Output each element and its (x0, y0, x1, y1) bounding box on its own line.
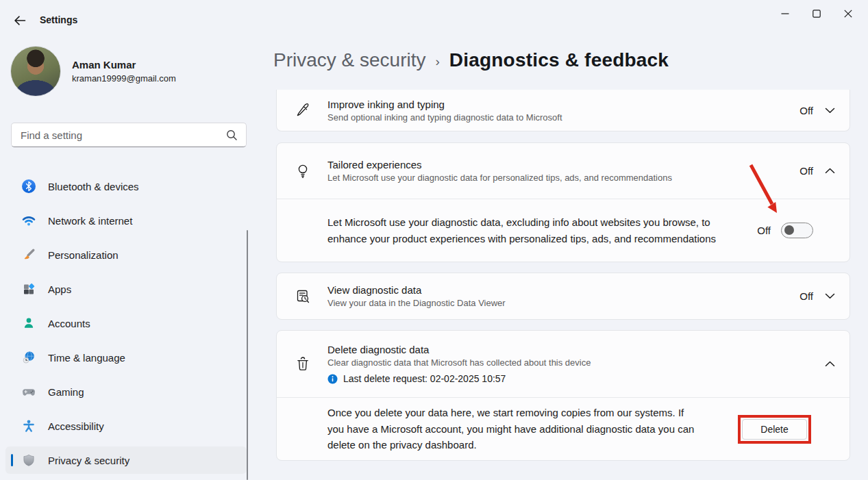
window-controls (769, 3, 864, 25)
trash-icon (293, 356, 312, 372)
card-subtitle: Send optional inking and typing diagnost… (327, 112, 786, 123)
sidebar-item-time-language[interactable]: Time & language (5, 344, 247, 371)
sidebar-item-personalization[interactable]: Personalization (5, 241, 247, 268)
delete-description: Once you delete your data here, we start… (327, 405, 703, 453)
user-profile: Aman Kumar kraman19999@gmail.com (10, 45, 176, 97)
back-arrow-icon (13, 14, 27, 27)
delete-button[interactable]: Delete (742, 419, 807, 440)
sidebar-item-gaming[interactable]: Gaming (5, 378, 247, 405)
maximize-icon (813, 10, 821, 18)
sidebar-item-label: Time & language (48, 352, 125, 364)
chevron-down-icon[interactable] (825, 293, 835, 299)
card-subtitle: Clear diagnostic data that Microsoft has… (327, 357, 811, 368)
toggle-state-label: Off (757, 225, 771, 236)
toggle-knob (784, 225, 794, 235)
breadcrumb: Privacy & security › Diagnostics & feedb… (273, 49, 669, 71)
toggle-description: Let Microsoft use your diagnostic data, … (327, 214, 729, 247)
view-data-icon (293, 288, 312, 305)
status-value: Off (799, 105, 813, 116)
tailored-toggle-row: Let Microsoft use your diagnostic data, … (277, 199, 850, 262)
setting-card-view-diagnostic-data: View diagnostic data View your data in t… (276, 273, 850, 320)
card-title: View diagnostic data (327, 284, 786, 296)
search-input[interactable]: Find a setting (11, 123, 247, 147)
breadcrumb-separator-icon: › (436, 51, 440, 69)
sidebar-item-apps[interactable]: Apps (5, 275, 247, 303)
app-title: Settings (40, 14, 77, 25)
minimize-icon (781, 10, 789, 18)
card-subtitle: Let Microsoft use your diagnostic data f… (327, 173, 786, 183)
settings-list: Improve inking and typing Send optional … (276, 90, 850, 461)
close-icon (844, 10, 852, 18)
delete-data-detail-row: Once you delete your data here, we start… (277, 397, 850, 460)
view-diagnostic-data-row[interactable]: View diagnostic data View your data in t… (277, 273, 850, 319)
setting-card-delete-diagnostic-data: Delete diagnostic data Clear diagnostic … (276, 330, 850, 461)
tailored-experiences-toggle[interactable] (781, 223, 813, 238)
network-icon (22, 214, 36, 227)
last-delete-request-text: Last delete request: 02-02-2025 10:57 (343, 373, 506, 384)
status-value: Off (799, 290, 813, 302)
maximize-button[interactable] (801, 3, 832, 25)
close-button[interactable] (832, 3, 864, 25)
setting-card-improve-inking: Improve inking and typing Send optional … (276, 90, 850, 131)
minimize-button[interactable] (769, 3, 801, 25)
card-title: Tailored experiences (327, 159, 786, 170)
sidebar-nav: Bluetooth & devices Network & internet P… (5, 173, 247, 480)
sidebar-item-accounts[interactable]: Accounts (5, 310, 247, 337)
sidebar-scrollbar[interactable] (247, 230, 248, 480)
gaming-icon (22, 385, 36, 399)
chevron-down-icon[interactable] (825, 108, 835, 114)
annotation-highlight-box: Delete (738, 415, 811, 444)
titlebar: Settings (0, 0, 868, 33)
sidebar-item-label: Accounts (48, 318, 90, 329)
sidebar-item-bluetooth-devices[interactable]: Bluetooth & devices (5, 173, 247, 200)
setting-card-tailored-experiences: Tailored experiences Let Microsoft use y… (276, 142, 850, 262)
privacy-security-icon (22, 453, 36, 467)
selection-indicator (11, 454, 13, 466)
time-language-icon (22, 351, 36, 364)
sidebar-item-privacy-security[interactable]: Privacy & security (5, 446, 247, 474)
accounts-icon (22, 316, 36, 330)
chevron-up-icon[interactable] (825, 168, 835, 174)
lightbulb-icon (293, 163, 312, 179)
pen-icon (293, 102, 312, 118)
personalization-icon (22, 248, 36, 262)
search-placeholder: Find a setting (21, 129, 225, 141)
profile-email: kraman19999@gmail.com (72, 73, 176, 84)
sidebar-item-label: Privacy & security (48, 455, 129, 466)
back-button[interactable] (8, 11, 32, 30)
info-icon (327, 374, 338, 384)
sidebar-item-label: Bluetooth & devices (48, 181, 139, 192)
profile-name: Aman Kumar (72, 59, 176, 71)
breadcrumb-parent[interactable]: Privacy & security (273, 49, 426, 71)
sidebar-item-label: Apps (48, 283, 71, 295)
accessibility-icon (22, 419, 36, 433)
tailored-experiences-row[interactable]: Tailored experiences Let Microsoft use y… (277, 143, 850, 199)
sidebar-item-label: Accessibility (48, 420, 104, 432)
chevron-up-icon[interactable] (825, 361, 835, 367)
card-subtitle: View your data in the Diagnostic Data Vi… (327, 298, 786, 308)
apps-icon (22, 282, 36, 296)
page-title: Diagnostics & feedback (449, 49, 669, 71)
sidebar-item-label: Gaming (48, 386, 84, 398)
search-icon (225, 129, 238, 141)
sidebar-item-label: Network & internet (48, 215, 132, 227)
sidebar-item-accessibility[interactable]: Accessibility (5, 412, 247, 440)
sidebar-item-network-internet[interactable]: Network & internet (5, 207, 247, 234)
card-title: Improve inking and typing (327, 99, 786, 110)
avatar (10, 46, 61, 97)
delete-diagnostic-data-row[interactable]: Delete diagnostic data Clear diagnostic … (277, 331, 850, 397)
card-title: Delete diagnostic data (327, 344, 811, 355)
improve-inking-row[interactable]: Improve inking and typing Send optional … (277, 90, 850, 131)
sidebar-item-label: Personalization (48, 249, 119, 261)
status-value: Off (799, 165, 813, 177)
bluetooth-icon (22, 179, 36, 193)
last-delete-request: Last delete request: 02-02-2025 10:57 (327, 373, 811, 384)
